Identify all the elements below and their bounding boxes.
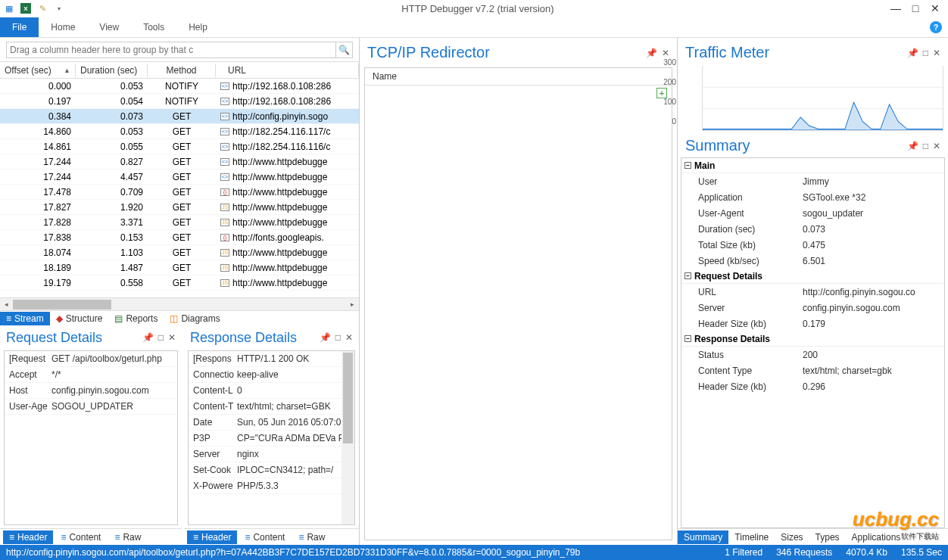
header-row[interactable]: [ResponsHTTP/1.1 200 OK [189, 351, 354, 367]
qat-icon-brush[interactable]: ✎ [36, 2, 48, 14]
tcp-title: TCP/IP Redirector [367, 44, 646, 61]
table-row[interactable]: 18.1891.487GETJShttp://www.httpdebugge [0, 260, 359, 275]
scroll-left-icon[interactable]: ◂ [0, 298, 13, 311]
sumtab-applications[interactable]: Applications [846, 530, 907, 544]
close-button[interactable]: ✕ [930, 2, 940, 14]
window-title: HTTP Debugger v7.2 (trial version) [65, 3, 890, 14]
tcp-redirector-panel: TCP/IP Redirector 📌 ✕ Name + [360, 38, 678, 545]
titlebar: ▦ X ✎ ▾ HTTP Debugger v7.2 (trial versio… [0, 0, 948, 17]
minimize-button[interactable]: — [890, 2, 901, 14]
header-row[interactable]: Content-L0 [189, 383, 354, 399]
maximize-panel-icon[interactable]: □ [158, 332, 164, 343]
close-panel-icon[interactable]: ✕ [168, 332, 176, 343]
menu-help[interactable]: Help [176, 17, 220, 37]
table-row[interactable]: 17.4780.709GET{}http://www.httpdebugge [0, 185, 359, 200]
req-tab-content[interactable]: ≡Content [55, 530, 107, 544]
menu-view[interactable]: View [87, 17, 131, 37]
name-column[interactable]: Name [365, 68, 672, 86]
col-url[interactable]: URL [216, 64, 359, 77]
table-row[interactable]: 0.0000.053NOTIFY<>http://192.168.0.108:2… [0, 79, 359, 94]
sumtab-sizes[interactable]: Sizes [775, 530, 809, 544]
file-type-icon: <> [220, 173, 229, 181]
pin-icon[interactable]: 📌 [907, 48, 918, 58]
header-row[interactable]: Hostconfig.pinyin.sogou.com [5, 383, 177, 399]
v-scrollbar[interactable] [341, 351, 354, 525]
traffic-chart [702, 66, 943, 131]
collapse-icon[interactable]: − [684, 162, 691, 169]
close-panel-icon[interactable]: ✕ [933, 48, 940, 58]
summary-tabs: Summary Timeline Sizes Types Application… [678, 528, 948, 545]
tab-stream[interactable]: ≡Stream [0, 312, 50, 325]
help-icon[interactable]: ? [930, 21, 942, 33]
header-row[interactable]: X-PowerePHP/5.3.3 [189, 478, 354, 494]
header-row[interactable]: DateSun, 05 Jun 2016 05:07:0 [189, 415, 354, 431]
menu-home[interactable]: Home [39, 17, 87, 37]
menu-file[interactable]: File [0, 17, 39, 37]
menu-tools[interactable]: Tools [131, 17, 176, 37]
tab-reports[interactable]: ▤Reports [108, 312, 164, 325]
qat-icon-app[interactable]: ▦ [3, 2, 15, 14]
table-row[interactable]: 14.8610.055GET<>http://182.254.116.116/c [0, 139, 359, 154]
table-row[interactable]: 0.3840.073GET<>http://config.pinyin.sogo [0, 109, 359, 124]
col-offset[interactable]: Offset (sec)▲ [0, 64, 76, 77]
res-tab-raw[interactable]: ≡Raw [292, 530, 331, 544]
table-row[interactable]: 17.2440.827GET<>http://www.httpdebugge [0, 154, 359, 170]
status-url: http://config.pinyin.sogou.com/api/toolb… [6, 547, 580, 558]
sumtab-summary[interactable]: Summary [678, 530, 728, 544]
scroll-right-icon[interactable]: ▸ [346, 298, 359, 311]
collapse-icon[interactable]: − [684, 335, 691, 342]
res-tab-header[interactable]: ≡Header [187, 530, 237, 544]
req-tab-raw[interactable]: ≡Raw [108, 530, 147, 544]
header-row[interactable]: P3PCP="CURa ADMa DEVa P [189, 431, 354, 446]
table-row[interactable]: 17.8380.153GET{}http://fonts.googleapis. [0, 230, 359, 245]
header-row[interactable]: User-AgeSOGOU_UPDATER [5, 399, 177, 415]
header-row[interactable]: Connectiokeep-alive [189, 367, 354, 383]
table-row[interactable]: 0.1970.054NOTIFY<>http://192.168.0.108:2… [0, 94, 359, 109]
collapse-icon[interactable]: − [684, 272, 691, 279]
table-row[interactable]: 17.8283.371GETJShttp://www.httpdebugge [0, 215, 359, 230]
table-row[interactable]: 17.2444.457GET<>http://www.httpdebugge [0, 170, 359, 185]
qat-dropdown-icon[interactable]: ▾ [53, 2, 65, 14]
table-row[interactable]: 14.8600.053GET<>http://182.254.116.117/c [0, 124, 359, 139]
scroll-thumb[interactable] [13, 300, 111, 310]
close-panel-icon[interactable]: ✕ [662, 48, 669, 58]
close-panel-icon[interactable]: ✕ [345, 332, 353, 343]
tab-structure[interactable]: ◆Structure [50, 312, 109, 325]
section-header[interactable]: −Response Details [681, 331, 944, 347]
section-header[interactable]: −Main [681, 158, 944, 173]
sumtab-timeline[interactable]: Timeline [728, 530, 775, 544]
group-bar: 🔍 [0, 38, 359, 62]
req-tab-header[interactable]: ≡Header [3, 530, 53, 544]
h-scrollbar[interactable]: ◂ ▸ [0, 297, 359, 310]
maximize-button[interactable]: □ [910, 2, 921, 14]
pin-icon[interactable]: 📌 [646, 48, 657, 58]
file-type-icon: JS [220, 249, 229, 257]
tab-diagrams[interactable]: ◫Diagrams [164, 312, 226, 325]
close-panel-icon[interactable]: ✕ [933, 141, 940, 151]
qat-icon-excel[interactable]: X [20, 2, 32, 14]
sumtab-types[interactable]: Types [809, 530, 846, 544]
table-row[interactable]: 19.1790.558GETJShttp://www.httpdebugge [0, 275, 359, 291]
header-row[interactable]: Accept*/* [5, 367, 177, 383]
pin-icon[interactable]: 📌 [907, 141, 918, 151]
table-row[interactable]: 17.8271.920GETJShttp://www.httpdebugge [0, 200, 359, 215]
maximize-panel-icon[interactable]: □ [335, 332, 341, 343]
section-header[interactable]: −Request Details [681, 269, 944, 284]
header-row[interactable]: [RequestGET /api/toolbox/geturl.php [5, 351, 177, 367]
maximize-panel-icon[interactable]: □ [923, 48, 928, 58]
scroll-thumb[interactable] [343, 353, 353, 443]
col-method[interactable]: Method [148, 64, 216, 77]
pin-icon[interactable]: 📌 [320, 332, 331, 343]
table-row[interactable]: 18.0741.103GETJShttp://www.httpdebugge [0, 245, 359, 260]
maximize-panel-icon[interactable]: □ [923, 141, 928, 151]
col-duration[interactable]: Duration (sec) [76, 64, 148, 77]
pin-icon[interactable]: 📌 [142, 332, 154, 343]
header-row[interactable]: Content-Ttext/html; charset=GBK [189, 399, 354, 415]
header-row[interactable]: Servernginx [189, 446, 354, 462]
add-button[interactable]: + [656, 88, 667, 98]
search-icon[interactable]: 🔍 [336, 42, 353, 58]
res-tab-content[interactable]: ≡Content [239, 530, 291, 544]
group-search-input[interactable] [6, 42, 336, 58]
summary-row: Status200 [681, 347, 944, 362]
header-row[interactable]: Set-CookIPLOC=CN3412; path=/ [189, 462, 354, 478]
